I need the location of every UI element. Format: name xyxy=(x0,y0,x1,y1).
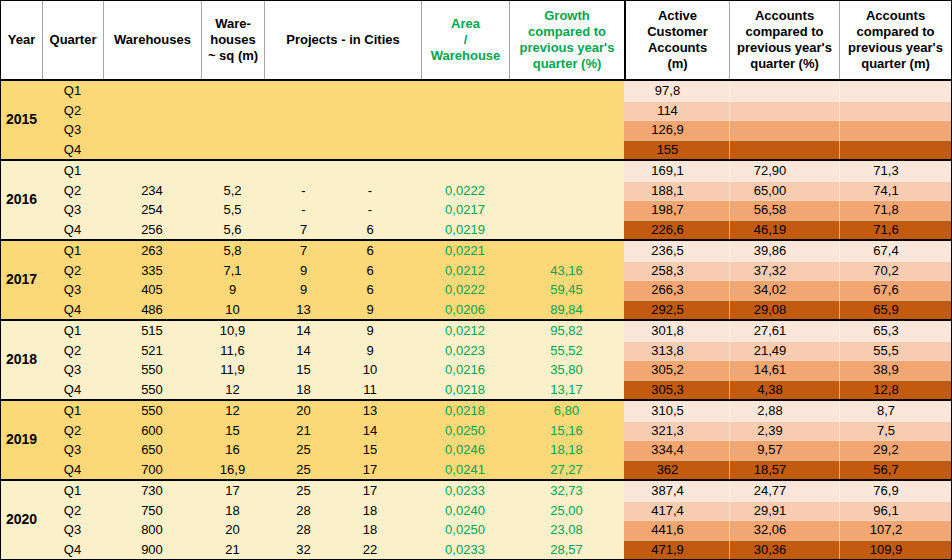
accounts-pct-cell: 46,19 xyxy=(729,220,839,240)
projects-cell xyxy=(264,120,343,140)
col-header-growth: Growth compared to previous year's quart… xyxy=(509,1,624,79)
year-cell: 2015 xyxy=(1,81,42,159)
quarter-cell: Q3 xyxy=(42,440,103,460)
warehouses-cell: 730 xyxy=(103,481,201,501)
active-accounts-cell: 198,7 xyxy=(624,200,729,220)
cities-cell: 6 xyxy=(343,220,421,240)
accounts-pct-cell: 34,02 xyxy=(729,280,839,300)
growth-cell xyxy=(509,220,624,240)
accounts-m-cell: 71,6 xyxy=(839,220,951,240)
active-accounts-cell: 188,1 xyxy=(624,181,729,201)
cities-cell: - xyxy=(343,181,421,201)
accounts-pct-cell: 27,61 xyxy=(729,321,839,341)
warehouses-cell xyxy=(103,120,201,140)
accounts-m-cell: 65,9 xyxy=(839,300,951,320)
active-accounts-cell: 226,6 xyxy=(624,220,729,240)
area-per-warehouse-cell xyxy=(421,161,509,181)
accounts-pct-cell xyxy=(729,81,839,101)
warehouse-area-cell: 7,1 xyxy=(201,261,264,281)
active-accounts-cell: 441,6 xyxy=(624,520,729,540)
accounts-m-cell: 76,9 xyxy=(839,481,951,501)
projects-cell: 28 xyxy=(264,520,343,540)
growth-cell xyxy=(509,241,624,261)
warehouses-cell: 256 xyxy=(103,220,201,240)
col-header-area-per-warehouse: Area / Warehouse xyxy=(421,1,509,79)
year-group-2019: 2019Q15501220130,02186,80310,52,888,7Q26… xyxy=(1,401,951,481)
active-accounts-cell: 362 xyxy=(624,460,729,480)
accounts-pct-cell: 39,86 xyxy=(729,241,839,261)
growth-cell: 59,45 xyxy=(509,280,624,300)
accounts-pct-cell: 21,49 xyxy=(729,341,839,361)
accounts-pct-cell: 29,08 xyxy=(729,300,839,320)
table-body: 2015Q197,8Q2114Q3126,9Q41552016Q1169,172… xyxy=(1,81,951,559)
year-cell: 2019 xyxy=(1,401,42,479)
quarter-cell: Q4 xyxy=(42,540,103,560)
warehouses-cell: 700 xyxy=(103,460,201,480)
year-group-2020: 2020Q17301725170,023332,73387,424,7776,9… xyxy=(1,481,951,559)
growth-cell: 15,16 xyxy=(509,421,624,441)
active-accounts-cell: 313,8 xyxy=(624,341,729,361)
quarter-cell: Q1 xyxy=(42,241,103,261)
growth-cell: 95,82 xyxy=(509,321,624,341)
cities-cell: 17 xyxy=(343,481,421,501)
cities-cell: 22 xyxy=(343,540,421,560)
col-header-year: Year xyxy=(1,1,42,79)
warehouse-area-cell: 5,2 xyxy=(201,181,264,201)
cities-cell: 14 xyxy=(343,421,421,441)
year-cell: 2018 xyxy=(1,321,42,399)
projects-cell: 20 xyxy=(264,401,343,421)
accounts-m-cell: 56,7 xyxy=(839,460,951,480)
cities-cell: 15 xyxy=(343,440,421,460)
warehouse-area-cell: 12 xyxy=(201,380,264,400)
area-per-warehouse-cell: 0,0222 xyxy=(421,181,509,201)
active-accounts-cell: 305,2 xyxy=(624,360,729,380)
accounts-pct-cell: 32,06 xyxy=(729,520,839,540)
warehouse-area-cell: 12 xyxy=(201,401,264,421)
area-per-warehouse-cell: 0,0222 xyxy=(421,280,509,300)
col-header-quarter: Quarter xyxy=(42,1,103,79)
accounts-pct-cell xyxy=(729,120,839,140)
active-accounts-cell: 310,5 xyxy=(624,401,729,421)
quarter-cell: Q2 xyxy=(42,421,103,441)
accounts-m-cell: 7,5 xyxy=(839,421,951,441)
quarter-cell: Q1 xyxy=(42,161,103,181)
cities-cell: 17 xyxy=(343,460,421,480)
projects-cell: 32 xyxy=(264,540,343,560)
active-accounts-cell: 155 xyxy=(624,140,729,160)
warehouses-cell xyxy=(103,101,201,121)
accounts-pct-cell xyxy=(729,101,839,121)
growth-cell xyxy=(509,120,624,140)
warehouses-cell xyxy=(103,161,201,181)
quarter-cell: Q2 xyxy=(42,181,103,201)
projects-cell: - xyxy=(264,200,343,220)
active-accounts-cell: 126,9 xyxy=(624,120,729,140)
year-cell: 2020 xyxy=(1,481,42,559)
active-accounts-cell: 471,9 xyxy=(624,540,729,560)
area-per-warehouse-cell: 0,0246 xyxy=(421,440,509,460)
area-per-warehouse-cell: 0,0240 xyxy=(421,501,509,521)
projects-cell: 7 xyxy=(264,241,343,261)
growth-cell xyxy=(509,200,624,220)
accounts-pct-cell: 9,57 xyxy=(729,440,839,460)
warehouses-cell: 650 xyxy=(103,440,201,460)
area-per-warehouse-cell: 0,0223 xyxy=(421,341,509,361)
accounts-pct-cell: 2,39 xyxy=(729,421,839,441)
growth-cell: 27,27 xyxy=(509,460,624,480)
accounts-pct-cell: 30,36 xyxy=(729,540,839,560)
quarter-cell: Q2 xyxy=(42,341,103,361)
area-per-warehouse-cell: 0,0217 xyxy=(421,200,509,220)
cities-cell xyxy=(343,120,421,140)
warehouses-cell: 750 xyxy=(103,501,201,521)
growth-cell xyxy=(509,101,624,121)
warehouse-area-cell: 20 xyxy=(201,520,264,540)
area-per-warehouse-cell: 0,0212 xyxy=(421,321,509,341)
col-header-accounts-m: Accounts compared to previous year's qua… xyxy=(839,1,951,79)
col-header-warehouses: Warehouses xyxy=(103,1,201,79)
quarter-cell: Q1 xyxy=(42,481,103,501)
warehouse-area-cell xyxy=(201,161,264,181)
projects-cell xyxy=(264,101,343,121)
accounts-m-cell: 107,2 xyxy=(839,520,951,540)
warehouses-cell: 234 xyxy=(103,181,201,201)
active-accounts-cell: 97,8 xyxy=(624,81,729,101)
warehouses-cell: 405 xyxy=(103,280,201,300)
